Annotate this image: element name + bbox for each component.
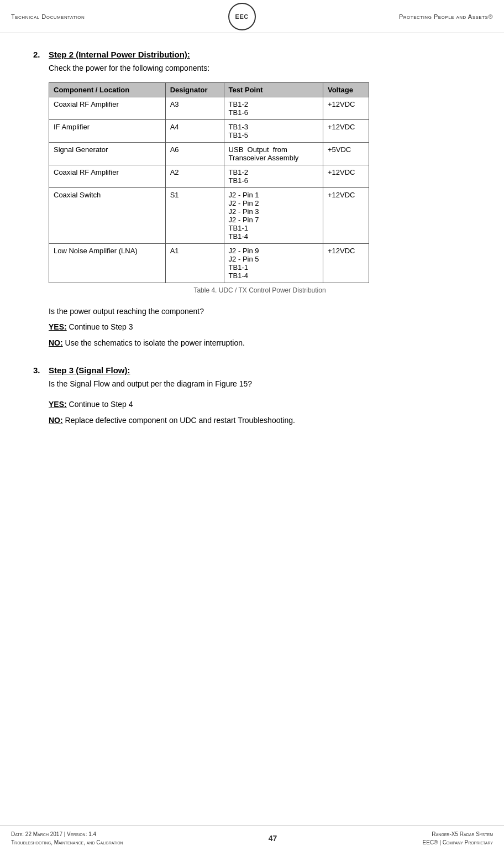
step3-no-content: Replace defective component on UDC and r… (65, 416, 295, 425)
table-row: Low Noise Amplifier (LNA) A1 J2 - Pin 9J… (49, 244, 369, 283)
step2-title: Step 2 (Internal Power Distribution): (49, 50, 190, 59)
cell-testpoint: TB1-2TB1-6 (224, 97, 323, 120)
eec-logo: EEC (225, 4, 259, 29)
col-designator: Designator (165, 83, 224, 97)
header-left-text: Technical Documentation (11, 13, 85, 20)
footer-page-number: 47 (269, 834, 277, 843)
cell-designator: A3 (165, 97, 224, 120)
cell-component: Coaxial RF Amplifier (49, 97, 166, 120)
cell-voltage: +12VDC (323, 120, 369, 143)
header-right-text: Protecting People and Assets® (399, 13, 493, 20)
cell-designator: A2 (165, 165, 224, 188)
step2-heading-row: 2. Step 2 (Internal Power Distribution): (33, 50, 471, 59)
step2-no-content: Use the schematics to isolate the power … (65, 338, 245, 347)
step2-section: 2. Step 2 (Internal Power Distribution):… (33, 50, 471, 349)
cell-voltage: +12VDC (323, 188, 369, 244)
footer-right: Ranger-X5 Radar System EEC® | Company Pr… (423, 830, 493, 847)
step3-number: 3. (33, 366, 44, 375)
table-row: Coaxial RF Amplifier A2 TB1-2TB1-6 +12VD… (49, 165, 369, 188)
step3-yes-content: Continue to Step 4 (69, 400, 133, 409)
main-content: 2. Step 2 (Internal Power Distribution):… (0, 33, 504, 487)
footer-date: Date: 22 March 2017 | Version: 1.4 (11, 830, 123, 838)
page-footer: Date: 22 March 2017 | Version: 1.4 Troub… (0, 825, 504, 851)
step2-yes: YES: Continue to Step 3 (49, 321, 471, 333)
step3-no-label: NO: (49, 416, 63, 425)
power-distribution-table: Component / Location Designator Test Poi… (49, 82, 369, 283)
step3-description: Is the Signal Flow and output per the di… (49, 379, 471, 388)
footer-section: Troubleshooting, Maintenance, and Calibr… (11, 838, 123, 847)
table-row: Signal Generator A6 USB Output fromTrans… (49, 143, 369, 165)
table-row: Coaxial RF Amplifier A3 TB1-2TB1-6 +12VD… (49, 97, 369, 120)
footer-product: Ranger-X5 Radar System (423, 830, 493, 838)
cell-voltage: +12VDC (323, 244, 369, 283)
cell-component: Coaxial Switch (49, 188, 166, 244)
table-row: Coaxial Switch S1 J2 - Pin 1J2 - Pin 2J2… (49, 188, 369, 244)
step3-title: Step 3 (Signal Flow): (49, 366, 130, 375)
footer-company: EEC® | Company Proprietary (423, 838, 493, 847)
cell-component: Low Noise Amplifier (LNA) (49, 244, 166, 283)
cell-testpoint: TB1-3TB1-5 (224, 120, 323, 143)
step2-yes-content: Continue to Step 3 (69, 322, 133, 331)
page-header: Technical Documentation EEC Protecting P… (0, 0, 504, 33)
step2-no: NO: Use the schematics to isolate the po… (49, 337, 471, 349)
step2-description: Check the power for the following compon… (49, 64, 471, 72)
step3-yes-label: YES: (49, 400, 67, 409)
cell-testpoint: J2 - Pin 9J2 - Pin 5TB1-1TB1-4 (224, 244, 323, 283)
col-component: Component / Location (49, 83, 166, 97)
step2-table-container: Component / Location Designator Test Poi… (49, 82, 471, 294)
cell-voltage: +12VDC (323, 97, 369, 120)
cell-designator: A1 (165, 244, 224, 283)
table-row: IF Amplifier A4 TB1-3TB1-5 +12VDC (49, 120, 369, 143)
step2-question: Is the power output reaching the compone… (49, 305, 471, 317)
cell-designator: A4 (165, 120, 224, 143)
cell-component: IF Amplifier (49, 120, 166, 143)
cell-voltage: +5VDC (323, 143, 369, 165)
step3-heading-row: 3. Step 3 (Signal Flow): (33, 366, 471, 375)
step2-number: 2. (33, 50, 44, 59)
table-header-row: Component / Location Designator Test Poi… (49, 83, 369, 97)
step3-no: NO: Replace defective component on UDC a… (49, 414, 471, 426)
cell-testpoint: J2 - Pin 1J2 - Pin 2J2 - Pin 3J2 - Pin 7… (224, 188, 323, 244)
cell-testpoint: TB1-2TB1-6 (224, 165, 323, 188)
cell-designator: A6 (165, 143, 224, 165)
step3-yes: YES: Continue to Step 4 (49, 398, 471, 410)
col-testpoint: Test Point (224, 83, 323, 97)
cell-component: Coaxial RF Amplifier (49, 165, 166, 188)
step2-no-label: NO: (49, 338, 63, 347)
eec-logo-circle: EEC (228, 3, 256, 30)
col-voltage: Voltage (323, 83, 369, 97)
table-caption: Table 4. UDC / TX Control Power Distribu… (49, 286, 471, 294)
cell-designator: S1 (165, 188, 224, 244)
footer-left: Date: 22 March 2017 | Version: 1.4 Troub… (11, 830, 123, 847)
cell-voltage: +12VDC (323, 165, 369, 188)
step3-section: 3. Step 3 (Signal Flow): Is the Signal F… (33, 366, 471, 426)
cell-testpoint: USB Output fromTransceiver Assembly (224, 143, 323, 165)
step2-yes-label: YES: (49, 322, 67, 331)
cell-component: Signal Generator (49, 143, 166, 165)
